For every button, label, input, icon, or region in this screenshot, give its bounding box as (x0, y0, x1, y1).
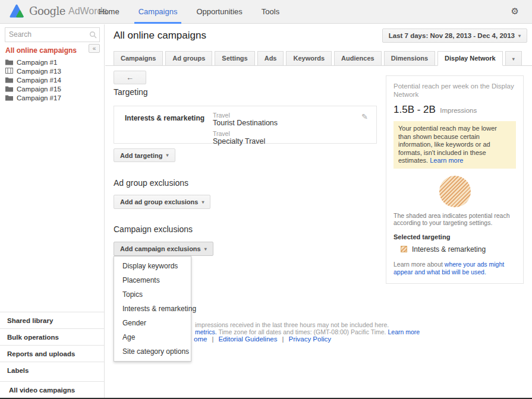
folder-icon (5, 94, 13, 101)
add-ad-group-exclusions-button[interactable]: Add ad group exclusions ▾ (114, 195, 210, 209)
tab-audiences[interactable]: Audiences (334, 51, 382, 66)
sidebar-item-campaign-17[interactable]: Campaign #17 (5, 93, 103, 102)
targeting-entry-value: Specialty Travel (213, 137, 278, 145)
sidebar-item-campaign-15[interactable]: Campaign #15 (5, 84, 103, 93)
reach-warning-box: Your potential reach may be lower than s… (394, 121, 516, 169)
ad-group-exclusions-heading: Ad group exclusions (114, 178, 188, 188)
sidebar-item-all-video-campaigns[interactable]: All video campaigns (0, 381, 104, 398)
footer-links-row: ome|Editorial Guidelines|Privacy Policy (194, 335, 331, 343)
chevron-down-icon: ▾ (202, 200, 204, 205)
sidebar-item-campaign-13[interactable]: Campaign #13 (5, 66, 103, 75)
back-button[interactable]: ← (114, 71, 146, 84)
reach-value-row: 1.5B - 2B Impressions (394, 104, 516, 116)
menu-item-topics[interactable]: Topics (114, 287, 191, 302)
sidebar-item-campaign-14[interactable]: Campaign #14 (5, 75, 103, 84)
hatch-swatch-icon (401, 246, 407, 252)
nav-item-opportunities[interactable]: Opportunities (187, 0, 251, 24)
selected-targeting-heading: Selected targeting (394, 233, 516, 240)
shaded-area-caption: The shaded area indicates potential reac… (394, 212, 516, 227)
nav-item-campaigns[interactable]: Campaigns (129, 0, 187, 24)
add-campaign-exclusions-button[interactable]: Add campaign exclusions ▾ (114, 242, 213, 256)
tab-dimensions[interactable]: Dimensions (384, 51, 435, 66)
tab-bar: Campaigns Ad groups Settings Ads Keyword… (114, 51, 532, 66)
targeting-entry: Travel Tourist Destinations (213, 112, 278, 127)
nav-item-home[interactable]: Home (89, 0, 129, 24)
tab-campaigns[interactable]: Campaigns (114, 51, 163, 66)
targeting-entry-category: Travel (213, 112, 278, 119)
targeting-entries: Travel Tourist Destinations Travel Speci… (213, 112, 278, 148)
tab-overflow-button[interactable]: ▾ (505, 51, 522, 66)
targeting-heading: Targeting (114, 87, 148, 97)
metrics-link[interactable]: metrics. (195, 328, 217, 335)
adwords-app: Google AdWords Home Campaigns Opportunit… (0, 0, 532, 399)
targeting-card: Interests & remarketing Travel Tourist D… (114, 106, 377, 144)
targeting-entry-category: Travel (213, 130, 278, 137)
search-icon (89, 31, 97, 40)
display-campaign-icon (5, 68, 13, 74)
reach-value: 1.5B - 2B (394, 104, 436, 115)
editorial-guidelines-link[interactable]: Editorial Guidelines (218, 335, 277, 343)
chevron-down-icon: ▾ (512, 56, 515, 62)
sidebar-item-bulk-operations[interactable]: Bulk operations (0, 328, 104, 345)
folder-icon (5, 59, 13, 65)
targeting-entry: Travel Specialty Travel (213, 130, 278, 145)
menu-item-site-category-options[interactable]: Site category options (114, 344, 191, 359)
search-box (5, 27, 100, 42)
menu-item-display-keywords[interactable]: Display keywords (114, 259, 191, 273)
legend-label: Interests & remarketing (412, 245, 486, 254)
nav-active-underline (134, 22, 182, 24)
menu-item-gender[interactable]: Gender (114, 316, 191, 330)
collapse-sidebar-icon[interactable]: « (89, 44, 100, 53)
adwords-logo-icon (10, 4, 24, 18)
footer-note-line2: metrics. Time zone for all dates and tim… (195, 328, 420, 335)
sidebar-bottom-nav: Shared library Bulk operations Reports a… (0, 312, 104, 398)
chevron-down-icon: ▾ (166, 153, 169, 158)
logo-brand-text: Google (29, 5, 65, 17)
add-targeting-button[interactable]: Add targeting ▾ (114, 148, 175, 162)
campaign-exclusions-heading: Campaign exclusions (114, 224, 193, 234)
gear-icon[interactable]: ⚙ (511, 6, 519, 17)
footer-learn-more-link[interactable]: Learn more (388, 328, 420, 335)
footer-note-line1: impressions received in the last three h… (195, 321, 389, 328)
warning-learn-more-link[interactable]: Learn more (430, 157, 463, 164)
menu-item-age[interactable]: Age (114, 330, 191, 344)
search-input[interactable] (5, 28, 84, 40)
sidebar-item-reports-and-uploads[interactable]: Reports and uploads (0, 345, 104, 362)
sidebar-item-campaign-1[interactable]: Campaign #1 (5, 58, 103, 66)
menu-item-placements[interactable]: Placements (114, 273, 191, 287)
campaign-exclusions-menu: Display keywords Placements Topics Inter… (114, 256, 191, 362)
targeting-type-label: Interests & remarketing (125, 114, 204, 122)
main-content: All online campaigns Last 7 days: Nov 28… (105, 24, 532, 399)
chevron-down-icon: ▾ (518, 33, 521, 39)
tab-settings[interactable]: Settings (215, 51, 254, 66)
folder-icon (5, 77, 13, 83)
campaign-tree: Campaign #1 Campaign #13 Campaign #14 Ca… (5, 58, 103, 102)
sidebar-all-online-campaigns[interactable]: All online campaigns (5, 46, 77, 55)
folder-icon (5, 86, 13, 92)
potential-reach-panel: Potential reach per week on the Display … (386, 75, 524, 284)
reach-unit: Impressions (440, 107, 477, 114)
nav-item-tools[interactable]: Tools (252, 0, 289, 24)
date-range-button[interactable]: Last 7 days: Nov 28, 2013 - Dec 4, 2013 … (382, 28, 527, 43)
sidebar: All online campaigns « Campaign #1 Campa… (0, 24, 105, 398)
tab-ad-groups[interactable]: Ad groups (165, 51, 212, 66)
sidebar-item-labels[interactable]: Labels (0, 362, 104, 378)
adwords-home-link[interactable]: ome (194, 335, 207, 343)
edit-pencil-icon[interactable]: ✎ (361, 112, 368, 121)
top-header: Google AdWords Home Campaigns Opportunit… (0, 0, 532, 24)
tab-ads[interactable]: Ads (257, 51, 284, 66)
targeting-entry-value: Tourist Destinations (213, 119, 278, 127)
menu-item-interests-remarketing[interactable]: Interests & remarketing (114, 302, 191, 316)
legend-row: Interests & remarketing (401, 245, 516, 254)
privacy-policy-link[interactable]: Privacy Policy (288, 335, 331, 343)
reach-shaded-circle (439, 176, 471, 207)
tab-keywords[interactable]: Keywords (286, 51, 332, 66)
learn-more-prefix: Learn more about (394, 261, 445, 268)
learn-more-paragraph: Learn more about where your ads might ap… (394, 261, 516, 276)
chevron-down-icon: ▾ (204, 246, 207, 252)
reach-panel-title: Potential reach per week on the Display … (394, 82, 516, 99)
page-title: All online campaigns (114, 30, 206, 42)
tab-display-network[interactable]: Display Network (437, 51, 503, 66)
back-arrow-icon: ← (126, 73, 134, 82)
sidebar-item-shared-library[interactable]: Shared library (0, 312, 104, 328)
